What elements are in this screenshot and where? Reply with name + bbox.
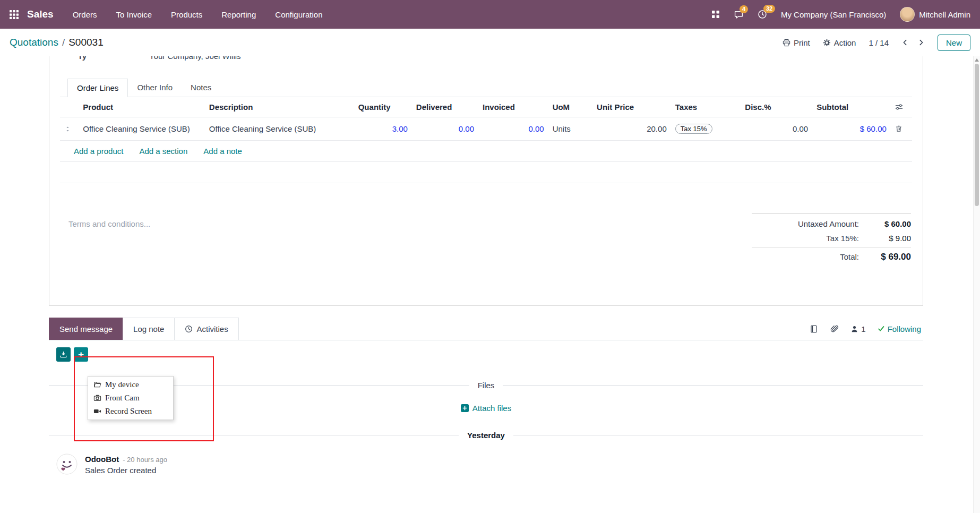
untaxed-amount-label: Untaxed Amount: [752, 219, 859, 228]
col-disc[interactable]: Disc.% [741, 97, 812, 117]
terms-placeholder[interactable]: Terms and conditions... [61, 213, 150, 265]
table-row[interactable]: Office Cleaning Service (SUB) Office Cle… [60, 117, 912, 141]
col-uom[interactable]: UoM [548, 97, 592, 117]
message-timestamp: - 20 hours ago [123, 456, 167, 464]
cell-taxes[interactable]: Tax 15% [671, 117, 741, 141]
cell-invoiced[interactable]: 0.00 [478, 117, 548, 141]
cell-description[interactable]: Office Cleaning Service (SUB) [205, 117, 354, 141]
send-message-button[interactable]: Send message [49, 318, 123, 340]
activities-badge: 32 [763, 5, 775, 13]
menu-products[interactable]: Products [171, 10, 202, 19]
user-menu[interactable]: Mitchell Admin [900, 7, 970, 22]
company-switcher[interactable]: My Company (San Francisco) [781, 10, 886, 19]
menu-reporting[interactable]: Reporting [221, 10, 256, 19]
folder-icon [93, 381, 101, 389]
followers-button[interactable]: 1 [850, 324, 865, 334]
pager-next-icon[interactable] [917, 38, 925, 47]
cell-quantity[interactable]: 3.00 [354, 117, 412, 141]
attachment-source-menu: My device Front Cam Record Screen [88, 376, 174, 420]
control-panel: Quotations / S00031 Print [0, 29, 980, 56]
cell-subtotal[interactable]: $ 60.00 [812, 117, 891, 141]
book-icon[interactable] [810, 324, 818, 334]
tab-order-lines[interactable]: Order Lines [67, 79, 128, 97]
clipped-field-value: Your Company, Joel Willis [149, 56, 241, 61]
systray: 4 32 My Company (San Francisco) Mitchell… [711, 7, 970, 22]
following-button[interactable]: Following [878, 324, 921, 334]
col-unit-price[interactable]: Unit Price [592, 97, 671, 117]
breadcrumb: Quotations / S00031 [10, 37, 104, 48]
cell-unit-price[interactable]: 20.00 [592, 117, 671, 141]
pager-counter: 1 / 14 [869, 38, 889, 47]
form-view: ry Your Company, Joel Willis Order Lines… [0, 56, 980, 513]
col-delivered[interactable]: Delivered [412, 97, 478, 117]
menu-item-my-device[interactable]: My device [88, 378, 173, 391]
optional-columns-icon[interactable] [891, 97, 912, 117]
camera-icon [93, 394, 101, 402]
app-name[interactable]: Sales [27, 8, 54, 20]
messages-icon[interactable]: 4 [734, 10, 744, 19]
plus-square-icon [461, 404, 469, 412]
activities-icon[interactable]: 32 [758, 10, 767, 19]
cell-delivered[interactable]: 0.00 [412, 117, 478, 141]
video-icon [93, 407, 101, 415]
log-note-button[interactable]: Log note [123, 318, 175, 340]
col-subtotal[interactable]: Subtotal [812, 97, 891, 117]
action-button[interactable]: Action [823, 38, 856, 47]
main-menu: Orders To Invoice Products Reporting Con… [73, 10, 323, 19]
pager-previous-icon[interactable] [901, 38, 909, 47]
delete-row-icon[interactable] [891, 117, 912, 141]
col-invoiced[interactable]: Invoiced [478, 97, 548, 117]
add-section-link[interactable]: Add a section [139, 147, 187, 156]
drag-handle-icon[interactable] [60, 117, 79, 141]
scrollbar-up-arrow[interactable] [975, 58, 979, 62]
clipped-field-label: ry [79, 56, 87, 61]
col-taxes[interactable]: Taxes [671, 97, 741, 117]
print-label: Print [794, 38, 810, 47]
col-description[interactable]: Description [205, 97, 354, 117]
menu-to-invoice[interactable]: To Invoice [116, 10, 152, 19]
date-divider: Yesterday [49, 431, 923, 440]
scrollbar[interactable] [973, 56, 980, 513]
user-name: Mitchell Admin [919, 10, 970, 19]
odoobot-avatar [56, 454, 78, 475]
add-product-link[interactable]: Add a product [74, 147, 123, 156]
tax-label: Tax 15%: [752, 234, 859, 243]
apps-grid-icon[interactable] [10, 10, 19, 19]
message-author[interactable]: OdooBot [85, 455, 119, 464]
breadcrumb-quotations[interactable]: Quotations [10, 37, 58, 48]
menu-configuration[interactable]: Configuration [275, 10, 322, 19]
col-quantity[interactable]: Quantity [354, 97, 412, 117]
following-check-icon [878, 325, 885, 332]
cell-product[interactable]: Office Cleaning Service (SUB) [79, 117, 205, 141]
attach-files-button[interactable]: Attach files [461, 404, 511, 413]
menu-item-record-screen[interactable]: Record Screen [88, 405, 173, 418]
tax-pill[interactable]: Tax 15% [675, 124, 712, 134]
add-note-link[interactable]: Add a note [203, 147, 242, 156]
list-add-row: Add a product Add a section Add a note [60, 141, 912, 162]
col-product[interactable]: Product [79, 97, 205, 117]
menu-item-front-cam[interactable]: Front Cam [88, 391, 173, 405]
breadcrumb-separator: / [62, 37, 65, 48]
followers-count: 1 [861, 324, 865, 334]
grid-icon[interactable] [711, 10, 720, 19]
print-button[interactable]: Print [783, 38, 810, 47]
user-avatar [900, 7, 915, 22]
download-button[interactable] [56, 347, 71, 362]
new-button[interactable]: New [938, 35, 970, 51]
chatter: Send message Log note Activities [49, 318, 923, 475]
activities-label: Activities [196, 324, 228, 334]
cell-uom[interactable]: Units [548, 117, 592, 141]
menu-orders[interactable]: Orders [73, 10, 97, 19]
following-label: Following [888, 324, 921, 334]
add-attachment-button[interactable]: + [74, 347, 88, 362]
clipped-scrolled-row: ry Your Company, Joel Willis [60, 56, 912, 62]
total-value: $ 69.00 [870, 252, 911, 262]
tab-other-info[interactable]: Other Info [128, 79, 182, 97]
scrollbar-thumb[interactable] [975, 64, 979, 206]
empty-list-row [60, 162, 912, 183]
activities-button[interactable]: Activities [174, 318, 238, 340]
paperclip-icon[interactable] [830, 324, 839, 334]
tab-notes[interactable]: Notes [182, 79, 220, 97]
cell-disc[interactable]: 0.00 [741, 117, 812, 141]
table-header-row: Product Description Quantity Delivered I… [60, 97, 912, 117]
